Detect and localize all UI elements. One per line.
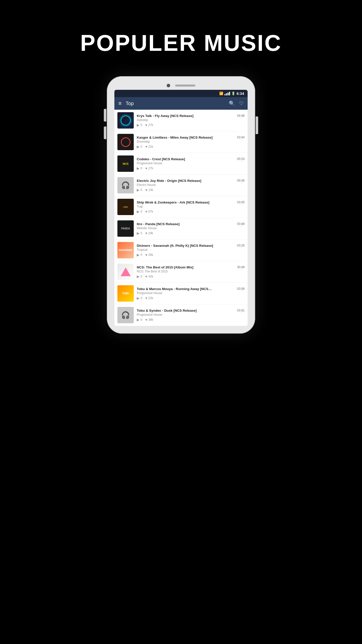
more-btn-10[interactable]: ⋮ bbox=[240, 308, 244, 314]
song-actions-3: ▶ 0 ♥ 27k bbox=[137, 166, 245, 170]
play-btn-8[interactable]: ▶ 0 bbox=[137, 274, 142, 278]
menu-icon[interactable]: ≡ bbox=[118, 100, 122, 107]
more-btn-9[interactable]: ⋮ bbox=[240, 287, 244, 292]
heart-icon-2: ♥ bbox=[145, 145, 147, 149]
like-btn-8[interactable]: ♥ 42k bbox=[145, 274, 153, 278]
phone-frame: 📶 🔋 6:34 ≡ Top 🔍 ♡ bbox=[107, 76, 255, 334]
play-btn-7[interactable]: ▶ 0 bbox=[137, 253, 142, 257]
thumb-label-6: PANDA bbox=[121, 227, 130, 230]
list-item: Kasger & Limitless - Miles Away [NCS Rel… bbox=[114, 131, 248, 153]
heart-icon-8: ♥ bbox=[145, 274, 147, 278]
battery-icon: 🔋 bbox=[231, 92, 235, 95]
song-genre-10: Progressive House bbox=[137, 313, 245, 316]
song-title-7: Diviners - Savannah (ft. Philly K) [NCS … bbox=[137, 244, 237, 248]
like-btn-10[interactable]: ♥ 38k bbox=[145, 318, 153, 322]
like-count-6: 29k bbox=[148, 231, 153, 235]
heart-icon-6: ♥ bbox=[145, 231, 147, 235]
like-count-2: 21k bbox=[148, 145, 153, 148]
play-btn-3[interactable]: ▶ 0 bbox=[137, 166, 142, 170]
like-count-4: 13k bbox=[148, 188, 153, 192]
heart-icon-5: ♥ bbox=[145, 210, 147, 214]
song-item-2[interactable]: Kasger & Limitless - Miles Away [NCS Rel… bbox=[114, 131, 248, 153]
song-title-4: Electric Joy Ride - Origin [NCS Release] bbox=[137, 179, 237, 183]
like-btn-7[interactable]: ♥ 26k bbox=[145, 253, 153, 257]
song-item-3[interactable]: NCS Codeko - Crest [NCS Release] 05:53 P… bbox=[114, 153, 248, 175]
list-item: NCS: The Best of 2015 [Album Mix] 30:49 … bbox=[114, 261, 248, 283]
song-genre-6: Melodic House bbox=[137, 226, 245, 230]
song-title-9: Tobu & Marcus Mouya - Running Away [NCS… bbox=[137, 287, 237, 291]
song-thumbnail-7: SAVANNAH bbox=[117, 242, 134, 258]
like-btn-5[interactable]: ♥ 67k bbox=[145, 210, 153, 214]
more-btn-3[interactable]: ⋮ bbox=[240, 157, 244, 163]
heart-icon-9: ♥ bbox=[145, 296, 147, 300]
song-item-10[interactable]: 🎧 Tobu & Syndec - Dusk [NCS Release] 03:… bbox=[114, 304, 248, 326]
song-item-7[interactable]: SAVANNAH Diviners - Savannah (ft. Philly… bbox=[114, 239, 248, 261]
song-item-6[interactable]: PANDA Itro - Panda [NCS Release] 03:48 M… bbox=[114, 218, 248, 239]
song-info-4: Electric Joy Ride - Origin [NCS Release]… bbox=[137, 179, 245, 192]
play-icon-3: ▶ bbox=[137, 166, 140, 170]
song-title-row-2: Kasger & Limitless - Miles Away [NCS Rel… bbox=[137, 136, 245, 139]
more-btn-6[interactable]: ⋮ bbox=[240, 222, 244, 227]
search-icon[interactable]: 🔍 bbox=[229, 100, 235, 106]
favorites-icon[interactable]: ♡ bbox=[239, 100, 244, 106]
song-item-8[interactable]: NCS: The Best of 2015 [Album Mix] 30:49 … bbox=[114, 261, 248, 283]
song-info-8: NCS: The Best of 2015 [Album Mix] 30:49 … bbox=[137, 265, 245, 278]
song-title-1: Krys Talk - Fly Away [NCS Release] bbox=[137, 114, 237, 118]
wifi-icon: 📶 bbox=[219, 92, 223, 95]
toolbar-title: Top bbox=[126, 101, 225, 106]
like-count-7: 26k bbox=[148, 253, 153, 257]
like-btn-6[interactable]: ♥ 29k bbox=[145, 231, 153, 235]
play-count-2: 0 bbox=[141, 145, 142, 148]
song-genre-5: Trap bbox=[137, 205, 245, 208]
song-actions-2: ▶ 0 ♥ 21k bbox=[137, 145, 245, 149]
song-item-1[interactable]: Krys Talk - Fly Away [NCS Release] 04:48… bbox=[114, 110, 248, 131]
signal-bar-1 bbox=[224, 94, 225, 95]
play-icon-9: ▶ bbox=[137, 296, 140, 300]
song-title-row-9: Tobu & Marcus Mouya - Running Away [NCS…… bbox=[137, 287, 245, 291]
song-actions-1: ▶ 0 ♥ 27k bbox=[137, 123, 245, 127]
song-item-5[interactable]: ARK Ship Wrek & Zookeepers - Ark [NCS Re… bbox=[114, 196, 248, 218]
play-btn-9[interactable]: ▶ 0 bbox=[137, 296, 142, 300]
like-btn-2[interactable]: ♥ 21k bbox=[145, 145, 153, 149]
song-thumbnail-1 bbox=[117, 112, 134, 129]
thumb-label-7: SAVANNAH bbox=[119, 249, 132, 252]
song-title-3: Codeko - Crest [NCS Release] bbox=[137, 157, 237, 161]
play-btn-6[interactable]: ▶ 0 bbox=[137, 231, 142, 235]
more-btn-2[interactable]: ⋮ bbox=[240, 135, 244, 141]
like-count-1: 27k bbox=[148, 123, 153, 127]
play-btn-4[interactable]: ▶ 0 bbox=[137, 188, 142, 192]
play-btn-2[interactable]: ▶ 0 bbox=[137, 145, 142, 149]
like-btn-3[interactable]: ♥ 27k bbox=[145, 166, 153, 170]
song-info-10: Tobu & Syndec - Dusk [NCS Release] 03:41… bbox=[137, 309, 245, 322]
play-count-4: 0 bbox=[141, 188, 142, 192]
song-thumbnail-10: 🎧 bbox=[117, 307, 134, 323]
play-count-3: 0 bbox=[141, 167, 142, 170]
song-title-8: NCS: The Best of 2015 [Album Mix] bbox=[137, 265, 237, 269]
like-btn-4[interactable]: ♥ 13k bbox=[145, 188, 153, 192]
list-item: 🎧 Electric Joy Ride - Origin [NCS Releas… bbox=[114, 175, 248, 196]
heart-icon-4: ♥ bbox=[145, 188, 147, 192]
play-icon-7: ▶ bbox=[137, 253, 140, 257]
like-btn-9[interactable]: ♥ 22k bbox=[145, 296, 153, 300]
front-camera bbox=[167, 84, 170, 87]
more-btn-4[interactable]: ⋮ bbox=[240, 179, 244, 184]
song-thumbnail-5: ARK bbox=[117, 199, 134, 215]
more-btn-8[interactable]: ⋮ bbox=[240, 265, 244, 271]
more-btn-7[interactable]: ⋮ bbox=[240, 244, 244, 249]
like-count-3: 27k bbox=[148, 167, 153, 170]
song-info-6: Itro - Panda [NCS Release] 03:48 Melodic… bbox=[137, 222, 245, 235]
song-item-4[interactable]: 🎧 Electric Joy Ride - Origin [NCS Releas… bbox=[114, 175, 248, 196]
song-thumbnail-4: 🎧 bbox=[117, 177, 134, 193]
play-btn-1[interactable]: ▶ 0 bbox=[137, 123, 142, 127]
song-title-10: Tobu & Syndec - Dusk [NCS Release] bbox=[137, 309, 237, 312]
play-count-10: 0 bbox=[141, 318, 142, 321]
play-icon-4: ▶ bbox=[137, 188, 140, 192]
heart-icon-7: ♥ bbox=[145, 253, 147, 257]
like-btn-1[interactable]: ♥ 27k bbox=[145, 123, 153, 127]
play-btn-10[interactable]: ▶ 0 bbox=[137, 318, 142, 322]
more-btn-5[interactable]: ⋮ bbox=[240, 200, 244, 206]
play-btn-5[interactable]: ▶ 0 bbox=[137, 210, 142, 214]
more-btn-1[interactable]: ⋮ bbox=[240, 114, 244, 119]
song-item-9[interactable]: TOBU Tobu & Marcus Mouya - Running Away … bbox=[114, 283, 248, 304]
like-count-8: 42k bbox=[148, 275, 153, 278]
